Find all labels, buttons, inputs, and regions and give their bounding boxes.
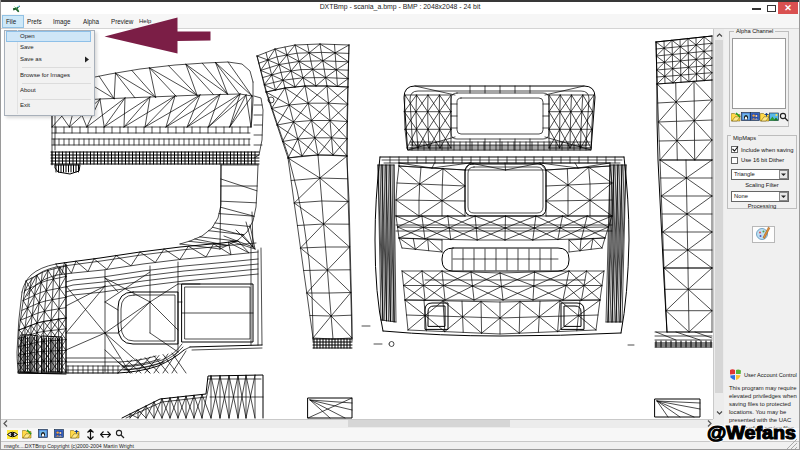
svg-text:@Wefans: @Wefans [707,423,796,443]
